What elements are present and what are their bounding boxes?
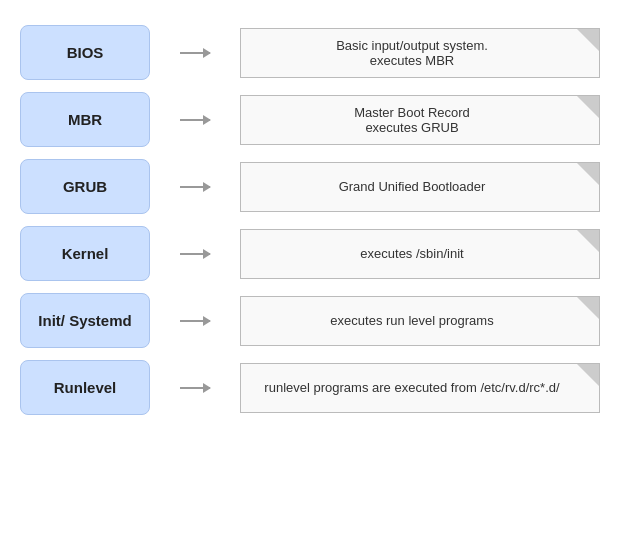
note-kernel: executes /sbin/init	[240, 229, 600, 279]
note-grub: Grand Unified Bootloader	[240, 162, 600, 212]
note-bios: Basic input/output system.executes MBR	[240, 28, 600, 78]
box-mbr: MBR	[20, 92, 150, 147]
box-kernel: Kernel	[20, 226, 150, 281]
arrow-init	[180, 320, 210, 322]
note-runlevel: runlevel programs are executed from /etc…	[240, 363, 600, 413]
arrow-grub	[180, 186, 210, 188]
row-runlevel: Runlevelrunlevel programs are executed f…	[20, 360, 600, 415]
arrow-bios	[180, 52, 210, 54]
arrow-runlevel	[180, 387, 210, 389]
note-init: executes run level programs	[240, 296, 600, 346]
row-kernel: Kernelexecutes /sbin/init	[20, 226, 600, 281]
box-runlevel: Runlevel	[20, 360, 150, 415]
note-mbr: Master Boot Recordexecutes GRUB	[240, 95, 600, 145]
row-grub: GRUBGrand Unified Bootloader	[20, 159, 600, 214]
arrow-kernel	[180, 253, 210, 255]
box-grub: GRUB	[20, 159, 150, 214]
row-init: Init/ Systemdexecutes run level programs	[20, 293, 600, 348]
row-bios: BIOSBasic input/output system.executes M…	[20, 25, 600, 80]
box-init: Init/ Systemd	[20, 293, 150, 348]
boot-process-diagram: BIOSBasic input/output system.executes M…	[20, 15, 600, 425]
row-mbr: MBRMaster Boot Recordexecutes GRUB	[20, 92, 600, 147]
arrow-mbr	[180, 119, 210, 121]
box-bios: BIOS	[20, 25, 150, 80]
